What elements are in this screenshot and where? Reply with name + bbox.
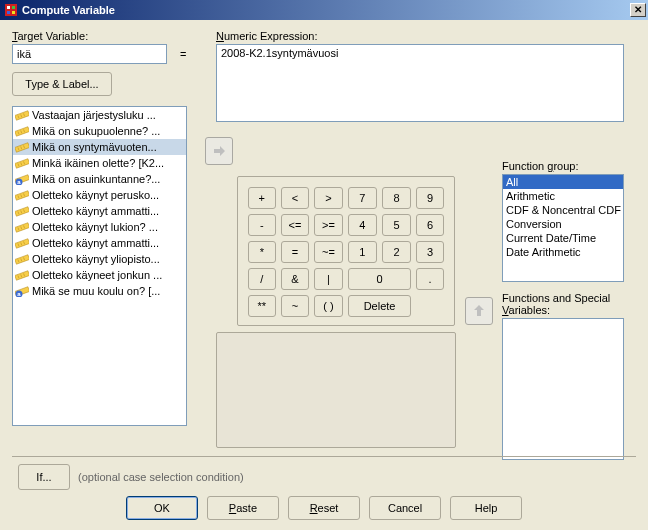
variable-label: Oletteko käyneet jonkun ... (32, 269, 162, 281)
variable-label: Oletteko käynyt lukion? ... (32, 221, 158, 233)
keypad--button[interactable]: + (248, 187, 276, 209)
variable-list-item[interactable]: Oletteko käynyt ammatti... (13, 235, 186, 251)
move-to-expression-button[interactable] (205, 137, 233, 165)
svg-rect-13 (15, 143, 29, 152)
function-group-list[interactable]: AllArithmeticCDF & Noncentral CDFConvers… (502, 174, 624, 282)
keypad--button[interactable]: > (314, 187, 343, 209)
help-button[interactable]: Help (450, 496, 522, 520)
keypad-5-button[interactable]: 5 (382, 214, 411, 236)
variable-list-item[interactable]: Oletteko käyneet jonkun ... (13, 267, 186, 283)
numeric-variable-icon (15, 205, 29, 217)
svg-rect-28 (15, 207, 29, 216)
type-and-label-button[interactable]: Type & Label... (12, 72, 112, 96)
target-variable-input[interactable] (12, 44, 167, 64)
function-group-label: Function group: (502, 160, 624, 172)
variable-label: Mikä on sukupuolenne? ... (32, 125, 160, 137)
numeric-variable-icon (15, 269, 29, 281)
keypad--button[interactable]: | (314, 268, 343, 290)
numeric-variable-icon (15, 237, 29, 249)
variable-list-item[interactable]: Minkä ikäinen olette? [K2... (13, 155, 186, 171)
svg-rect-40 (15, 255, 29, 264)
variable-list-item[interactable]: Vastaajan järjestysluku ... (13, 107, 186, 123)
arrow-right-icon (212, 145, 226, 157)
svg-rect-44 (15, 271, 29, 280)
keypad--button[interactable]: . (416, 268, 444, 290)
close-button[interactable]: ✕ (630, 3, 646, 17)
function-group-item[interactable]: Arithmetic (503, 189, 623, 203)
keypad-Delete-button[interactable]: Delete (348, 295, 412, 317)
numeric-variable-icon (15, 157, 29, 169)
variable-label: Oletteko käynyt perusko... (32, 189, 159, 201)
keypad-6-button[interactable]: 6 (416, 214, 444, 236)
function-group-item[interactable]: Conversion (503, 217, 623, 231)
keypad--button[interactable]: < (281, 187, 310, 209)
variable-list-item[interactable]: aMikä se muu koulu on? [... (13, 283, 186, 299)
keypad-0-button[interactable]: 0 (348, 268, 412, 290)
string-variable-icon: a (15, 173, 29, 185)
variable-list-item[interactable]: Oletteko käynyt lukion? ... (13, 219, 186, 235)
keypad--button[interactable]: ( ) (314, 295, 343, 317)
function-group-item[interactable]: Date Arithmetic (503, 245, 623, 259)
keypad--button[interactable]: >= (314, 214, 343, 236)
numeric-variable-icon (15, 109, 29, 121)
svg-rect-9 (15, 127, 29, 136)
move-function-up-button[interactable] (465, 297, 493, 325)
functions-special-list[interactable] (502, 318, 624, 460)
variable-list-item[interactable]: aMikä on asuinkuntanne?... (13, 171, 186, 187)
cancel-button[interactable]: Cancel (369, 496, 441, 520)
variable-list-item[interactable]: Oletteko käynyt yliopisto... (13, 251, 186, 267)
keypad--button[interactable]: = (281, 241, 310, 263)
variable-label: Oletteko käynyt ammatti... (32, 237, 159, 249)
paste-button[interactable]: Paste (207, 496, 279, 520)
keypad--button[interactable]: * (248, 241, 276, 263)
variable-list-item[interactable]: Oletteko käynyt perusko... (13, 187, 186, 203)
keypad-7-button[interactable]: 7 (348, 187, 377, 209)
variable-label: Oletteko käynyt yliopisto... (32, 253, 160, 265)
variable-list-item[interactable]: Mikä on syntymävuoten... (13, 139, 186, 155)
variable-list-item[interactable]: Mikä on sukupuolenne? ... (13, 123, 186, 139)
svg-rect-5 (15, 111, 29, 120)
variable-label: Oletteko käynyt ammatti... (32, 205, 159, 217)
numeric-variable-icon (15, 221, 29, 233)
svg-rect-24 (15, 191, 29, 200)
function-group-item[interactable]: Current Date/Time (503, 231, 623, 245)
svg-rect-0 (5, 4, 17, 16)
keypad-4-button[interactable]: 4 (348, 214, 377, 236)
keypad--button[interactable]: & (281, 268, 310, 290)
svg-rect-2 (12, 6, 15, 9)
separator-line (12, 456, 636, 457)
if-button[interactable]: If... (18, 464, 70, 490)
numeric-expression-input[interactable] (216, 44, 624, 122)
svg-rect-4 (12, 11, 15, 14)
numeric-variable-icon (15, 141, 29, 153)
variable-list[interactable]: Vastaajan järjestysluku ...Mikä on sukup… (12, 106, 187, 426)
variable-label: Vastaajan järjestysluku ... (32, 109, 156, 121)
keypad-2-button[interactable]: 2 (382, 241, 411, 263)
variable-label: Mikä se muu koulu on? [... (32, 285, 160, 297)
keypad--button[interactable]: - (248, 214, 276, 236)
keypad--button[interactable]: ~= (314, 241, 343, 263)
app-icon (4, 3, 18, 17)
string-variable-icon: a (15, 285, 29, 297)
keypad-9-button[interactable]: 9 (416, 187, 444, 209)
arrow-up-icon (473, 304, 485, 318)
calculator-keypad: +<>789-<=>=456*=~=123/&|0.**~( )Delete (237, 176, 455, 326)
svg-rect-36 (15, 239, 29, 248)
function-group-item[interactable]: CDF & Noncentral CDF (503, 203, 623, 217)
variable-list-item[interactable]: Oletteko käynyt ammatti... (13, 203, 186, 219)
svg-rect-3 (7, 11, 10, 14)
reset-button[interactable]: Reset (288, 496, 360, 520)
variable-label: Mikä on asuinkuntanne?... (32, 173, 160, 185)
ok-button[interactable]: OK (126, 496, 198, 520)
keypad--button[interactable]: <= (281, 214, 310, 236)
keypad-8-button[interactable]: 8 (382, 187, 411, 209)
keypad--button[interactable]: ~ (281, 295, 310, 317)
equals-sign: = (180, 48, 186, 60)
variable-label: Minkä ikäinen olette? [K2... (32, 157, 164, 169)
keypad--button[interactable]: ** (248, 295, 276, 317)
if-condition-text: (optional case selection condition) (78, 471, 244, 483)
keypad-3-button[interactable]: 3 (416, 241, 444, 263)
keypad-1-button[interactable]: 1 (348, 241, 377, 263)
keypad--button[interactable]: / (248, 268, 276, 290)
function-group-item[interactable]: All (503, 175, 623, 189)
